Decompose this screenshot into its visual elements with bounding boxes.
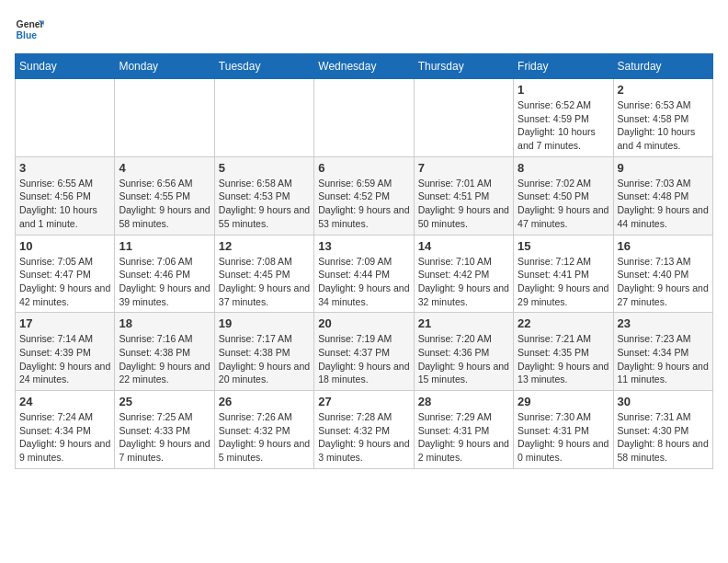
calendar-cell: [214, 79, 313, 157]
day-of-week-header: Wednesday: [314, 54, 414, 79]
calendar-cell: 21Sunrise: 7:20 AM Sunset: 4:36 PM Dayli…: [414, 313, 513, 391]
day-number: 15: [518, 239, 609, 253]
day-number: 16: [618, 239, 709, 253]
day-info: Sunrise: 7:16 AM Sunset: 4:38 PM Dayligh…: [119, 332, 210, 386]
day-of-week-header: Monday: [115, 54, 214, 79]
day-number: 24: [19, 395, 110, 408]
calendar-cell: 6Sunrise: 6:59 AM Sunset: 4:52 PM Daylig…: [314, 156, 414, 235]
calendar-cell: 27Sunrise: 7:28 AM Sunset: 4:32 PM Dayli…: [314, 391, 414, 469]
calendar-cell: 28Sunrise: 7:29 AM Sunset: 4:31 PM Dayli…: [414, 391, 513, 469]
day-info: Sunrise: 7:24 AM Sunset: 4:34 PM Dayligh…: [19, 410, 110, 465]
day-info: Sunrise: 7:05 AM Sunset: 4:47 PM Dayligh…: [19, 255, 110, 309]
day-number: 3: [19, 161, 110, 175]
day-number: 6: [318, 161, 409, 175]
calendar-cell: 19Sunrise: 7:17 AM Sunset: 4:38 PM Dayli…: [214, 313, 313, 391]
day-info: Sunrise: 7:13 AM Sunset: 4:40 PM Dayligh…: [618, 255, 709, 309]
calendar-cell: 22Sunrise: 7:21 AM Sunset: 4:35 PM Dayli…: [514, 313, 613, 391]
calendar-cell: 18Sunrise: 7:16 AM Sunset: 4:38 PM Dayli…: [115, 313, 214, 391]
page-header: General Blue: [15, 15, 713, 44]
calendar: SundayMondayTuesdayWednesdayThursdayFrid…: [15, 53, 713, 469]
day-number: 10: [19, 239, 110, 253]
calendar-cell: 14Sunrise: 7:10 AM Sunset: 4:42 PM Dayli…: [414, 235, 513, 313]
day-number: 27: [318, 395, 409, 408]
calendar-week-row: 10Sunrise: 7:05 AM Sunset: 4:47 PM Dayli…: [16, 235, 713, 313]
day-info: Sunrise: 7:20 AM Sunset: 4:36 PM Dayligh…: [418, 332, 509, 386]
logo-icon: General Blue: [15, 15, 44, 44]
logo: General Blue: [15, 15, 44, 44]
calendar-cell: 26Sunrise: 7:26 AM Sunset: 4:32 PM Dayli…: [214, 391, 313, 469]
day-number: 4: [119, 161, 210, 175]
day-info: Sunrise: 7:01 AM Sunset: 4:51 PM Dayligh…: [418, 177, 509, 231]
day-info: Sunrise: 7:29 AM Sunset: 4:31 PM Dayligh…: [418, 410, 509, 465]
calendar-cell: 23Sunrise: 7:23 AM Sunset: 4:34 PM Dayli…: [613, 313, 712, 391]
calendar-cell: 5Sunrise: 6:58 AM Sunset: 4:53 PM Daylig…: [214, 156, 313, 235]
day-number: 23: [618, 316, 709, 330]
calendar-week-row: 17Sunrise: 7:14 AM Sunset: 4:39 PM Dayli…: [16, 313, 713, 391]
day-number: 8: [518, 161, 609, 175]
day-number: 5: [219, 161, 310, 175]
day-number: 19: [219, 316, 310, 330]
day-number: 22: [518, 316, 609, 330]
calendar-cell: 3Sunrise: 6:55 AM Sunset: 4:56 PM Daylig…: [16, 156, 115, 235]
day-info: Sunrise: 7:31 AM Sunset: 4:30 PM Dayligh…: [618, 410, 709, 465]
day-number: 13: [318, 239, 409, 253]
day-number: 1: [518, 83, 609, 97]
day-info: Sunrise: 7:21 AM Sunset: 4:35 PM Dayligh…: [518, 332, 609, 386]
calendar-cell: 12Sunrise: 7:08 AM Sunset: 4:45 PM Dayli…: [214, 235, 313, 313]
day-number: 11: [119, 239, 210, 253]
calendar-cell: 24Sunrise: 7:24 AM Sunset: 4:34 PM Dayli…: [16, 391, 115, 469]
day-of-week-header: Tuesday: [214, 54, 313, 79]
calendar-cell: 25Sunrise: 7:25 AM Sunset: 4:33 PM Dayli…: [115, 391, 214, 469]
calendar-cell: 9Sunrise: 7:03 AM Sunset: 4:48 PM Daylig…: [613, 156, 712, 235]
day-number: 2: [618, 83, 709, 97]
calendar-week-row: 24Sunrise: 7:24 AM Sunset: 4:34 PM Dayli…: [16, 391, 713, 469]
day-of-week-header: Thursday: [414, 54, 513, 79]
day-of-week-header: Sunday: [16, 54, 115, 79]
day-info: Sunrise: 6:59 AM Sunset: 4:52 PM Dayligh…: [318, 177, 409, 231]
day-number: 18: [119, 316, 210, 330]
day-info: Sunrise: 7:12 AM Sunset: 4:41 PM Dayligh…: [518, 255, 609, 309]
day-number: 26: [219, 395, 310, 408]
calendar-header-row: SundayMondayTuesdayWednesdayThursdayFrid…: [16, 54, 713, 79]
day-info: Sunrise: 7:17 AM Sunset: 4:38 PM Dayligh…: [219, 332, 310, 386]
calendar-cell: 20Sunrise: 7:19 AM Sunset: 4:37 PM Dayli…: [314, 313, 414, 391]
day-info: Sunrise: 6:55 AM Sunset: 4:56 PM Dayligh…: [19, 177, 110, 231]
day-info: Sunrise: 7:19 AM Sunset: 4:37 PM Dayligh…: [318, 332, 409, 386]
day-info: Sunrise: 7:03 AM Sunset: 4:48 PM Dayligh…: [618, 177, 709, 231]
day-number: 12: [219, 239, 310, 253]
calendar-cell: [314, 79, 414, 157]
day-info: Sunrise: 6:58 AM Sunset: 4:53 PM Dayligh…: [219, 177, 310, 231]
day-number: 14: [418, 239, 509, 253]
day-info: Sunrise: 7:08 AM Sunset: 4:45 PM Dayligh…: [219, 255, 310, 309]
day-number: 21: [418, 316, 509, 330]
calendar-cell: 4Sunrise: 6:56 AM Sunset: 4:55 PM Daylig…: [115, 156, 214, 235]
calendar-cell: 16Sunrise: 7:13 AM Sunset: 4:40 PM Dayli…: [613, 235, 712, 313]
day-number: 28: [418, 395, 509, 408]
calendar-week-row: 3Sunrise: 6:55 AM Sunset: 4:56 PM Daylig…: [16, 156, 713, 235]
day-info: Sunrise: 7:30 AM Sunset: 4:31 PM Dayligh…: [518, 410, 609, 465]
day-number: 25: [119, 395, 210, 408]
day-info: Sunrise: 7:14 AM Sunset: 4:39 PM Dayligh…: [19, 332, 110, 386]
day-number: 9: [618, 161, 709, 175]
day-number: 7: [418, 161, 509, 175]
day-info: Sunrise: 6:52 AM Sunset: 4:59 PM Dayligh…: [518, 98, 609, 153]
calendar-cell: 29Sunrise: 7:30 AM Sunset: 4:31 PM Dayli…: [514, 391, 613, 469]
day-number: 17: [19, 316, 110, 330]
day-number: 30: [618, 395, 709, 408]
calendar-cell: 10Sunrise: 7:05 AM Sunset: 4:47 PM Dayli…: [16, 235, 115, 313]
day-of-week-header: Saturday: [613, 54, 712, 79]
calendar-cell: 13Sunrise: 7:09 AM Sunset: 4:44 PM Dayli…: [314, 235, 414, 313]
day-info: Sunrise: 7:26 AM Sunset: 4:32 PM Dayligh…: [219, 410, 310, 465]
day-info: Sunrise: 7:28 AM Sunset: 4:32 PM Dayligh…: [318, 410, 409, 465]
calendar-cell: [16, 79, 115, 157]
day-info: Sunrise: 7:06 AM Sunset: 4:46 PM Dayligh…: [119, 255, 210, 309]
day-info: Sunrise: 7:10 AM Sunset: 4:42 PM Dayligh…: [418, 255, 509, 309]
day-info: Sunrise: 6:53 AM Sunset: 4:58 PM Dayligh…: [618, 98, 709, 153]
calendar-cell: 17Sunrise: 7:14 AM Sunset: 4:39 PM Dayli…: [16, 313, 115, 391]
calendar-cell: [414, 79, 513, 157]
day-number: 20: [318, 316, 409, 330]
day-number: 29: [518, 395, 609, 408]
day-info: Sunrise: 7:09 AM Sunset: 4:44 PM Dayligh…: [318, 255, 409, 309]
day-info: Sunrise: 7:25 AM Sunset: 4:33 PM Dayligh…: [119, 410, 210, 465]
calendar-cell: [115, 79, 214, 157]
